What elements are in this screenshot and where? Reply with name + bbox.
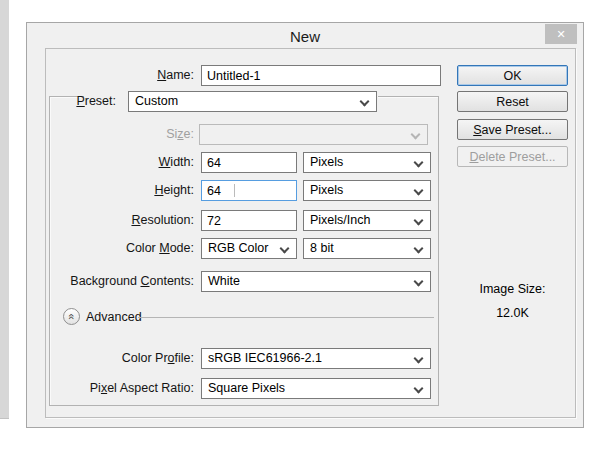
bit-depth-select[interactable]: 8 bit [303, 238, 431, 259]
resolution-unit-value: Pixels/Inch [310, 211, 370, 230]
size-label: Size: [27, 124, 194, 145]
color-profile-select[interactable]: sRGB IEC61966-2.1 [201, 348, 431, 369]
resolution-input[interactable] [201, 210, 297, 231]
advanced-divider [138, 317, 434, 318]
resolution-unit-select[interactable]: Pixels/Inch [303, 210, 431, 231]
background-contents-label: Background Contents: [27, 271, 194, 292]
chevron-down-icon [280, 244, 290, 254]
image-size-value: 12.0K [457, 306, 568, 320]
page-edge-strip [0, 0, 9, 419]
color-mode-value: RGB Color [208, 239, 268, 258]
close-icon: ✕ [556, 29, 565, 40]
preset-select[interactable]: Custom [128, 91, 377, 112]
background-contents-select[interactable]: White [201, 271, 431, 292]
delete-preset-button: Delete Preset... [457, 146, 568, 167]
dialog-title: New [27, 28, 583, 45]
chevron-down-icon [414, 186, 424, 196]
color-profile-label: Color Profile: [27, 348, 194, 369]
color-mode-select[interactable]: RGB Color [201, 238, 297, 259]
height-unit-select[interactable]: Pixels [303, 180, 431, 201]
color-profile-value: sRGB IEC61966-2.1 [208, 349, 322, 368]
resolution-label: Resolution: [27, 210, 194, 231]
width-label: Width: [27, 152, 194, 173]
pixel-aspect-ratio-label: Pixel Aspect Ratio: [27, 378, 194, 399]
chevron-down-icon [411, 130, 421, 140]
advanced-collapse-button[interactable]: « [63, 308, 80, 325]
save-preset-button[interactable]: Save Preset... [457, 119, 568, 140]
height-unit-value: Pixels [310, 181, 343, 200]
preset-value: Custom [135, 92, 178, 111]
height-input[interactable] [201, 180, 297, 201]
width-input[interactable] [201, 152, 297, 173]
color-mode-label: Color Mode: [27, 238, 194, 259]
chevron-down-icon [414, 244, 424, 254]
chevron-down-icon [414, 384, 424, 394]
chevron-down-icon [414, 216, 424, 226]
background-contents-value: White [208, 272, 240, 291]
chevron-down-icon [414, 277, 424, 287]
name-input[interactable] [201, 65, 441, 86]
advanced-section-label: Advanced [86, 309, 142, 325]
chevron-down-icon [360, 97, 370, 107]
ok-button[interactable]: OK [457, 65, 568, 86]
width-unit-select[interactable]: Pixels [303, 152, 431, 173]
pixel-aspect-ratio-select[interactable]: Square Pixels [201, 378, 431, 399]
text-caret [234, 184, 235, 197]
bit-depth-value: 8 bit [310, 239, 334, 258]
chevron-down-icon [414, 158, 424, 168]
collapse-chevrons-icon: « [66, 313, 77, 319]
height-label: Height: [27, 180, 194, 201]
preset-label: Preset: [27, 91, 116, 112]
new-document-dialog: New ✕ Name: Preset: Custom Size: Width: … [26, 22, 584, 428]
reset-button[interactable]: Reset [457, 91, 568, 112]
width-unit-value: Pixels [310, 153, 343, 172]
pixel-aspect-ratio-value: Square Pixels [208, 379, 285, 398]
image-size-label: Image Size: [457, 282, 568, 296]
close-button[interactable]: ✕ [545, 24, 577, 44]
name-label: Name: [27, 65, 194, 86]
size-select [199, 124, 428, 145]
chevron-down-icon [414, 354, 424, 364]
